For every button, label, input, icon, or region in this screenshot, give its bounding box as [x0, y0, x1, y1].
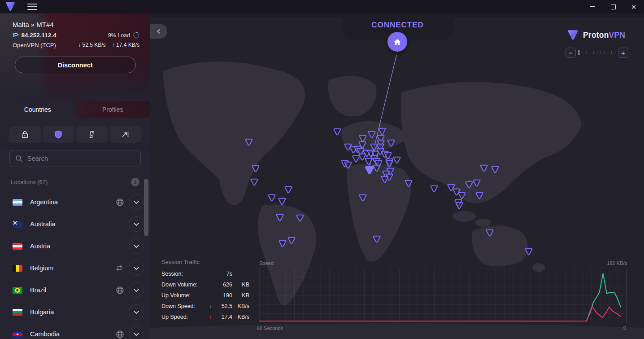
- server-pin[interactable]: [430, 185, 439, 193]
- up-speed: ↑ 17.4 KB/s: [112, 42, 139, 48]
- search-input[interactable]: [27, 155, 135, 162]
- server-pin[interactable]: [387, 139, 396, 147]
- chevron-down-icon: [133, 244, 139, 248]
- server-pin[interactable]: [278, 240, 287, 248]
- session-stat-row: Down Speed:↓52.5KB/s: [161, 303, 258, 309]
- tab-bar: Countries Profiles: [0, 101, 150, 118]
- server-pin[interactable]: [380, 176, 389, 184]
- stat-unit: KB/s: [232, 314, 249, 320]
- chevron-down-icon: [133, 266, 139, 270]
- tor-button[interactable]: [76, 126, 108, 143]
- expand-country-button[interactable]: [129, 326, 144, 339]
- server-pin[interactable]: [251, 165, 260, 173]
- zoom-slider[interactable]: [579, 48, 615, 58]
- session-traffic-title: Session Traffic: [161, 259, 258, 265]
- close-button[interactable]: ✕: [623, 0, 644, 13]
- info-icon[interactable]: i: [131, 178, 139, 186]
- at-flag-icon: [13, 243, 22, 250]
- server-pin[interactable]: [244, 138, 253, 146]
- tab-countries[interactable]: Countries: [0, 101, 75, 118]
- expand-country-button[interactable]: [129, 194, 144, 210]
- server-pin[interactable]: [250, 178, 259, 186]
- bg-flag-icon: [13, 309, 22, 316]
- country-row[interactable]: Australia: [0, 213, 150, 235]
- p2p-arrow-icon: [121, 130, 130, 139]
- zoom-in-button[interactable]: +: [618, 48, 628, 58]
- country-name: Austria: [30, 242, 50, 250]
- zoom-out-button[interactable]: −: [566, 48, 576, 58]
- stat-label: Up Speed:: [161, 314, 207, 320]
- chevron-down-icon: [133, 200, 139, 204]
- home-button[interactable]: [387, 32, 407, 52]
- stat-value: 7s: [213, 271, 232, 277]
- secure-core-button[interactable]: [9, 126, 41, 143]
- minimize-button[interactable]: [582, 0, 603, 13]
- maximize-button[interactable]: [603, 0, 623, 13]
- close-icon: ✕: [631, 4, 637, 10]
- server-pin[interactable]: [296, 214, 305, 222]
- expand-country-button[interactable]: [129, 238, 144, 254]
- server-pin[interactable]: [284, 186, 293, 194]
- load-ring-icon: [133, 32, 139, 39]
- zoom-tick: [586, 51, 587, 54]
- world-map[interactable]: CONNECTED ProtonVPN −: [150, 13, 644, 339]
- scrollbar[interactable]: [144, 179, 148, 236]
- session-stat-row: Session:7s: [161, 271, 258, 277]
- server-pin[interactable]: [385, 160, 394, 168]
- country-row[interactable]: Cambodia: [0, 323, 150, 339]
- stat-value: 17.4: [213, 314, 232, 320]
- country-row[interactable]: Austria: [0, 235, 150, 257]
- server-pin[interactable]: [485, 229, 494, 237]
- server-pin[interactable]: [275, 214, 284, 222]
- connected-server-pin[interactable]: [364, 166, 373, 174]
- country-row[interactable]: Brazil: [0, 279, 150, 301]
- server-pin[interactable]: [358, 194, 367, 202]
- server-pin[interactable]: [524, 248, 533, 256]
- server-pin[interactable]: [404, 180, 413, 188]
- expand-country-button[interactable]: [129, 304, 144, 320]
- connection-status: CONNECTED: [342, 21, 453, 30]
- maximize-icon: [611, 4, 616, 9]
- server-pin[interactable]: [367, 131, 376, 139]
- server-load: 9% Load: [108, 32, 139, 39]
- zoom-tick: [611, 51, 612, 54]
- server-pin[interactable]: [372, 235, 381, 243]
- server-pin[interactable]: [392, 156, 401, 164]
- stat-value: 190: [213, 292, 232, 299]
- minus-icon: −: [569, 49, 573, 56]
- country-row[interactable]: Bulgaria: [0, 301, 150, 323]
- locations-count: Locations (67): [11, 179, 48, 185]
- disconnect-button[interactable]: Disconnect: [15, 57, 136, 73]
- expand-country-button[interactable]: [129, 216, 144, 232]
- server-pin[interactable]: [287, 237, 296, 245]
- server-pin[interactable]: [278, 198, 287, 206]
- server-pin[interactable]: [491, 166, 500, 174]
- country-list: ArgentinaAustraliaAustriaBelgiumBrazilBu…: [0, 191, 150, 339]
- expand-country-button[interactable]: [129, 260, 144, 276]
- server-pin[interactable]: [333, 128, 342, 136]
- sidebar-collapse-button[interactable]: [150, 24, 167, 39]
- connection-panel: Malta » MT#4 IP: 84.252.112.4 9% Load Op…: [0, 13, 150, 101]
- server-pin[interactable]: [455, 202, 464, 210]
- country-row[interactable]: Belgium: [0, 257, 150, 279]
- zoom-slider-thumb[interactable]: [579, 50, 579, 55]
- server-pin[interactable]: [344, 161, 352, 169]
- server-pin[interactable]: [472, 179, 481, 187]
- tab-profiles[interactable]: Profiles: [75, 101, 151, 118]
- server-pin[interactable]: [475, 192, 484, 200]
- expand-country-button[interactable]: [129, 282, 144, 298]
- chevron-down-icon: [133, 310, 139, 314]
- menu-icon[interactable]: [27, 4, 37, 10]
- session-traffic-panel: Session Traffic Session:7sDown Volume:62…: [161, 259, 258, 325]
- country-row[interactable]: Argentina: [0, 191, 150, 213]
- ar-flag-icon: [13, 199, 22, 206]
- br-flag-icon: [13, 287, 22, 294]
- stat-label: Session:: [161, 271, 207, 277]
- up-arrow-icon: ↑: [207, 314, 213, 320]
- netshield-button[interactable]: [43, 126, 74, 143]
- server-pin[interactable]: [267, 194, 276, 202]
- p2p-button[interactable]: [110, 126, 141, 143]
- globe-icon: [116, 198, 124, 207]
- stat-label: Down Speed:: [161, 303, 207, 309]
- server-pin[interactable]: [479, 164, 488, 172]
